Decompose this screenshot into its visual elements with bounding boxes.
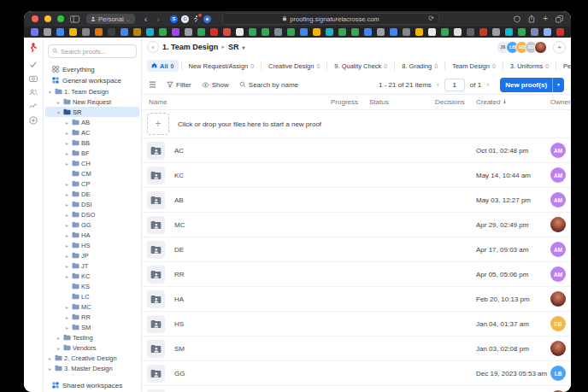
- proof-row-hs[interactable]: HSJan 04, 01:37 amEB: [142, 312, 571, 336]
- zoom-window-button[interactable]: [57, 15, 64, 22]
- bookmark-favicon[interactable]: [287, 28, 295, 36]
- tab-all[interactable]: All0: [147, 60, 179, 72]
- bookmark-favicon[interactable]: [531, 28, 538, 36]
- proof-row-ab[interactable]: ABMay 03, 12:27 pmAM: [142, 188, 571, 213]
- sidebar-folder-ch[interactable]: ▸CH: [45, 158, 139, 168]
- tree-caret-icon[interactable]: ▸: [64, 243, 70, 249]
- bookmark-favicon[interactable]: [223, 28, 231, 36]
- bookmark-favicon[interactable]: [377, 28, 385, 36]
- share-icon[interactable]: [528, 11, 535, 26]
- proof-row-ac[interactable]: ACOct 01, 02:48 pmAM: [142, 138, 571, 163]
- bookmark-favicon[interactable]: [326, 28, 333, 36]
- extension-icon-4[interactable]: [203, 15, 211, 23]
- upload-plus-icon[interactable]: +: [147, 113, 169, 135]
- tree-caret-icon[interactable]: ▸: [56, 99, 62, 105]
- new-proof-button[interactable]: New proof(s) ▼: [500, 78, 564, 92]
- bookmark-favicon[interactable]: [441, 28, 449, 36]
- minimize-window-button[interactable]: [44, 15, 51, 22]
- sidebar-folder-mc[interactable]: ▸MC: [45, 301, 139, 312]
- tab-8-grading[interactable]: 8. Grading0: [397, 60, 442, 72]
- bookmark-favicon[interactable]: [95, 28, 103, 36]
- list-view-toggle[interactable]: [149, 81, 156, 88]
- owner-avatar[interactable]: [550, 217, 566, 232]
- bookmark-favicon[interactable]: [146, 28, 154, 36]
- bookmark-favicon[interactable]: [82, 28, 90, 36]
- bookmark-favicon[interactable]: [31, 28, 38, 36]
- forward-button[interactable]: ›: [154, 15, 162, 24]
- bookmark-favicon[interactable]: [185, 28, 192, 36]
- tab-new-request-assign[interactable]: New Request/Assign0: [185, 60, 259, 72]
- tab-creative-design[interactable]: Creative Design0: [264, 60, 324, 72]
- upload-dropzone[interactable]: + Click or drop your files here to start…: [142, 110, 571, 138]
- tree-caret-icon[interactable]: ▾: [56, 109, 62, 115]
- owner-avatar[interactable]: [550, 341, 566, 356]
- bookmark-favicon[interactable]: [505, 28, 513, 36]
- sidebar-folder-sr[interactable]: ▾SR: [45, 107, 139, 117]
- tabs-overview-icon[interactable]: [556, 11, 563, 26]
- sidebar-folder-1-team-design[interactable]: ▾1. Team Design: [45, 86, 139, 97]
- bookmark-favicon[interactable]: [210, 28, 218, 36]
- tab-pending-approvals[interactable]: Pending Approvals0: [559, 60, 571, 72]
- sidebar-folder-ks[interactable]: KS: [45, 281, 139, 291]
- bookmark-favicon[interactable]: [197, 28, 205, 36]
- tree-caret-icon[interactable]: ▸: [64, 263, 70, 269]
- prev-page-button[interactable]: ‹: [437, 80, 439, 89]
- tree-caret-icon[interactable]: ▸: [64, 120, 70, 126]
- proof-row-mc[interactable]: MCApr 29, 02:49 pm: [142, 213, 571, 237]
- reload-icon[interactable]: ⟳: [428, 15, 434, 22]
- col-created[interactable]: Created: [472, 98, 550, 106]
- breadcrumb-back-button[interactable]: ‹: [147, 41, 159, 53]
- bookmark-favicon[interactable]: [313, 28, 320, 36]
- proof-row-ha[interactable]: HAFeb 20, 10:13 pm: [142, 287, 571, 312]
- address-bar[interactable]: proofing.signaturelacrosse.com ⟳: [222, 13, 439, 25]
- owner-avatar[interactable]: [550, 291, 566, 307]
- bookmark-favicon[interactable]: [56, 28, 64, 36]
- tab-team-design[interactable]: Team Design0: [448, 60, 500, 72]
- breadcrumb-current[interactable]: SR: [228, 43, 239, 51]
- tab-3-uniforms[interactable]: 3. Uniforms0: [506, 60, 553, 72]
- activity-icon[interactable]: [29, 102, 38, 109]
- sidebar-item-shared-workspaces[interactable]: Shared workspaces: [44, 380, 141, 391]
- col-name[interactable]: Name: [147, 98, 331, 106]
- proof-row-rr[interactable]: RRApr 05, 05:06 pmAM: [142, 262, 571, 287]
- owner-avatar[interactable]: EB: [550, 316, 566, 331]
- users-icon[interactable]: [29, 89, 38, 96]
- tree-caret-icon[interactable]: ▸: [47, 366, 53, 372]
- bookmark-favicon[interactable]: [403, 28, 410, 36]
- bookmark-favicon[interactable]: [338, 28, 346, 36]
- tab-9-quality-check[interactable]: 9. Quality Check0: [330, 60, 391, 72]
- tree-caret-icon[interactable]: ▸: [64, 212, 70, 218]
- close-window-button[interactable]: [32, 15, 38, 22]
- sidebar-folder-jt[interactable]: ▸JT: [45, 260, 139, 271]
- bookmark-favicon[interactable]: [556, 28, 564, 36]
- sidebar-folder-testing[interactable]: ▸Testing: [45, 332, 139, 342]
- tree-caret-icon[interactable]: ▸: [64, 161, 70, 167]
- tree-caret-icon[interactable]: ▸: [47, 355, 53, 361]
- bookmark-favicon[interactable]: [492, 28, 500, 36]
- tree-caret-icon[interactable]: ▾: [47, 89, 53, 95]
- bookmark-favicon[interactable]: [133, 28, 141, 36]
- tree-caret-icon[interactable]: ▸: [64, 130, 70, 136]
- extension-icon-2[interactable]: G: [181, 15, 189, 23]
- tree-caret-icon[interactable]: ▸: [64, 191, 70, 197]
- col-owner[interactable]: Owner: [550, 98, 571, 106]
- sidebar-folder-bb[interactable]: ▸BB: [45, 137, 139, 148]
- show-button[interactable]: Show: [202, 81, 229, 89]
- tasks-check-icon[interactable]: [29, 61, 38, 68]
- sidebar-folder-ab[interactable]: ▸AB: [45, 117, 139, 127]
- owner-avatar[interactable]: AM: [550, 143, 566, 158]
- tree-caret-icon[interactable]: ▸: [64, 273, 70, 279]
- owner-avatar[interactable]: AM: [550, 192, 566, 208]
- privacy-shield-icon[interactable]: [514, 11, 520, 26]
- col-decisions[interactable]: Decisions: [435, 98, 472, 106]
- proof-row-sm[interactable]: SMJan 03, 02:08 pm: [142, 336, 571, 361]
- add-member-button[interactable]: +: [553, 41, 566, 54]
- owner-avatar[interactable]: AM: [550, 167, 566, 183]
- tree-caret-icon[interactable]: ▸: [64, 181, 70, 187]
- sidebar-folder-cm[interactable]: CM: [45, 168, 139, 178]
- tree-caret-icon[interactable]: ▸: [64, 325, 70, 331]
- camera-icon[interactable]: [29, 75, 38, 82]
- tree-caret-icon[interactable]: ▸: [64, 140, 70, 146]
- bookmark-favicon[interactable]: [544, 28, 551, 36]
- bookmark-favicon[interactable]: [108, 28, 115, 36]
